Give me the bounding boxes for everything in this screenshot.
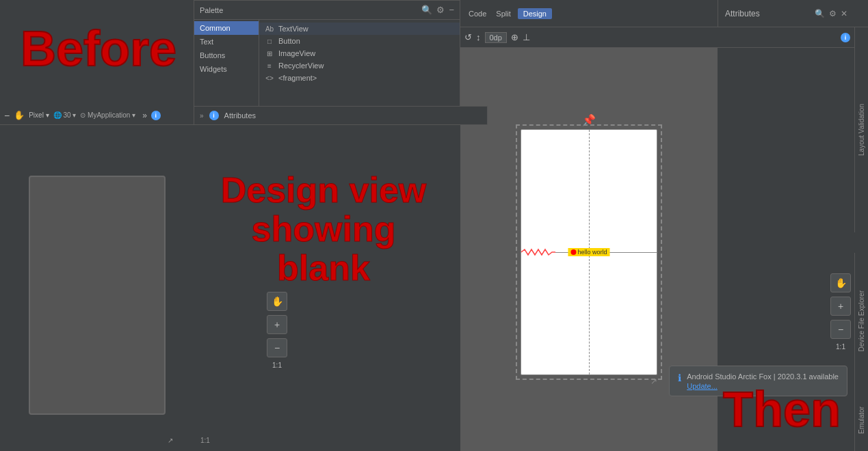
- button-label: Button: [278, 37, 300, 45]
- minus-btn[interactable]: −: [830, 320, 851, 339]
- left-zoom-label-btn: 1:1: [267, 361, 287, 369]
- palette-cat-widgets[interactable]: Widgets: [194, 62, 259, 76]
- left-pixel-dropdown[interactable]: Pixel ▾: [29, 111, 49, 119]
- palette-categories: Common Text Buttons Widgets: [194, 20, 259, 109]
- palette-panel: Palette 🔍 ⚙ − Common Text Buttons Widget…: [194, 0, 460, 109]
- left-minus-btn[interactable]: −: [267, 338, 287, 357]
- spring-left-svg: [521, 248, 555, 256]
- attr-gear-icon[interactable]: ⚙: [829, 9, 837, 18]
- attributes-panel-title: Attributes: [725, 9, 760, 18]
- phone-screen[interactable]: hello world: [521, 129, 657, 375]
- palette-cat-text[interactable]: Text: [194, 35, 259, 49]
- pin-icon: 📌: [582, 113, 596, 126]
- recyclerview-icon: ≡: [265, 62, 274, 70]
- attributes-panel-left: » i Attributes: [194, 106, 488, 125]
- imageview-icon: ⊞: [265, 50, 274, 57]
- emulator-label: Emulator: [858, 407, 865, 434]
- left-action-buttons: ✋ + − 1:1: [267, 292, 287, 369]
- attributes-icons: 🔍 ⚙ ✕: [815, 9, 847, 18]
- left-design-area: ↗ 1:1: [0, 125, 194, 451]
- right-actions: ✋ + − 1:1: [830, 273, 851, 351]
- left-hand-btn[interactable]: ✋: [267, 292, 287, 311]
- palette-items: Ab TextView □ Button ⊞ ImageView ≡ Recyc…: [259, 20, 460, 109]
- before-label: Before: [21, 20, 176, 77]
- then-label: Then: [723, 381, 841, 437]
- palette-cat-buttons[interactable]: Buttons: [194, 49, 259, 62]
- left-attr-expand[interactable]: »: [200, 112, 204, 120]
- palette-header-icons: 🔍 ⚙ −: [421, 5, 454, 15]
- textview-label: TextView: [278, 25, 308, 33]
- palette-body: Common Text Buttons Widgets Ab TextView …: [194, 20, 460, 109]
- textview-text: hello world: [577, 249, 607, 256]
- split-tab-btn[interactable]: Split: [493, 8, 513, 19]
- textview-element[interactable]: hello world: [568, 248, 609, 256]
- palette-item-recyclerview[interactable]: ≡ RecyclerView: [259, 59, 460, 72]
- recyclerview-label: RecyclerView: [278, 62, 324, 70]
- design-view-overlay: Design view showing blank: [194, 171, 453, 288]
- phone-frame-left: [29, 176, 166, 415]
- attr-close-icon[interactable]: ✕: [841, 9, 847, 18]
- design-tab-btn[interactable]: Design: [518, 8, 552, 19]
- secondary-refresh-icon[interactable]: ↺: [464, 32, 472, 42]
- palette-header: Palette 🔍 ⚙ −: [194, 1, 460, 20]
- palette-title: Palette: [200, 6, 223, 14]
- textview-error-dot: [570, 249, 576, 255]
- fragment-label: <fragment>: [278, 74, 317, 82]
- secondary-align-icon[interactable]: ⊕: [511, 32, 518, 42]
- attributes-panel: Attributes 🔍 ⚙ ✕: [718, 0, 854, 27]
- attr-info-icon: i: [209, 111, 219, 120]
- palette-minus-icon[interactable]: −: [449, 5, 454, 15]
- design-view-line3: blank: [194, 249, 453, 288]
- left-minus-icon[interactable]: −: [4, 110, 10, 121]
- resize-handle[interactable]: ↗: [650, 377, 657, 386]
- imageview-label: ImageView: [278, 49, 315, 57]
- attributes-label-left: Attributes: [224, 111, 256, 120]
- toast-info-icon: ℹ: [678, 372, 681, 383]
- minus-icon: −: [838, 324, 843, 335]
- resize-handle-container: ↗: [521, 377, 657, 386]
- palette-item-button[interactable]: □ Button: [259, 35, 460, 47]
- device-file-label: Device File Explorer: [858, 290, 865, 351]
- left-scale-handle: ↗: [168, 437, 173, 444]
- palette-cat-common[interactable]: Common: [194, 21, 259, 35]
- secondary-info-icon[interactable]: i: [841, 33, 850, 42]
- code-tab-btn[interactable]: Code: [466, 8, 489, 19]
- left-zoom-percent: 1:1: [200, 437, 210, 444]
- device-file-sidebar[interactable]: Device File Explorer: [854, 253, 868, 390]
- constraint-line-bottom: [589, 252, 590, 374]
- layout-validation-label: Layout Validation: [858, 104, 865, 156]
- palette-item-fragment[interactable]: <> <fragment>: [259, 72, 460, 84]
- zoom-label: 1:1: [830, 343, 851, 351]
- button-icon: □: [265, 38, 274, 45]
- left-plus-btn[interactable]: +: [267, 315, 287, 334]
- left-app-label[interactable]: ⊙ MyApplication ▾: [80, 111, 135, 119]
- fragment-icon: <>: [265, 74, 274, 82]
- secondary-cursor-icon[interactable]: ↕: [476, 32, 481, 42]
- hand-btn[interactable]: ✋: [830, 273, 851, 292]
- constraint-line-top: [589, 130, 590, 252]
- palette-search-icon[interactable]: 🔍: [421, 5, 432, 15]
- layout-validation-sidebar[interactable]: Layout Validation: [854, 27, 868, 232]
- toast-title: Android Studio Arctic Fox | 2020.3.1 ava…: [687, 372, 839, 382]
- left-mini-toolbar: − ✋ Pixel ▾ 🌐 30 ▾ ⊙ MyApplication ▾ » i: [0, 106, 194, 125]
- attr-search-icon[interactable]: 🔍: [815, 9, 825, 18]
- left-info-circle: i: [151, 111, 161, 120]
- left-hand-icon[interactable]: ✋: [14, 110, 25, 120]
- design-view-line2: showing: [194, 210, 453, 249]
- secondary-baseline-icon[interactable]: ⊥: [523, 32, 530, 42]
- phone-container: 📌 hello world ↗: [521, 113, 657, 386]
- palette-item-imageview[interactable]: ⊞ ImageView: [259, 47, 460, 59]
- left-zoom-label: 🌐 30 ▾: [53, 111, 77, 119]
- hand-icon: ✋: [835, 277, 847, 288]
- plus-icon: +: [838, 301, 843, 312]
- left-expand-icon[interactable]: »: [142, 111, 147, 120]
- textview-icon: Ab: [265, 25, 274, 33]
- palette-item-textview[interactable]: Ab TextView: [259, 23, 460, 35]
- design-view-line1: Design view: [194, 171, 453, 210]
- emulator-sidebar[interactable]: Emulator: [854, 390, 868, 451]
- secondary-toolbar: ↺ ↕ 0dp ⊕ ⊥ i: [460, 27, 854, 48]
- plus-btn[interactable]: +: [830, 297, 851, 316]
- palette-gear-icon[interactable]: ⚙: [436, 5, 445, 15]
- secondary-margin-input[interactable]: 0dp: [485, 32, 507, 43]
